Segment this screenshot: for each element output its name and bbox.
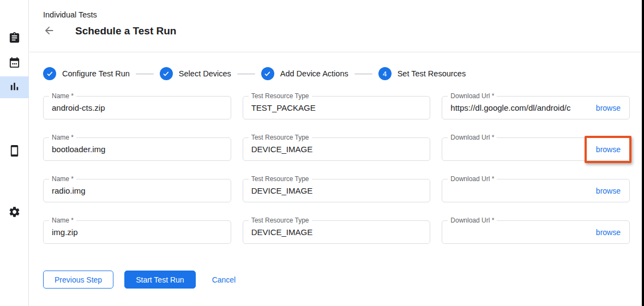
calendar-icon <box>8 56 21 71</box>
main-content: Individual Tests Schedule a Test Run Con… <box>29 0 644 306</box>
sidebar-item-test-runs[interactable] <box>0 76 29 98</box>
test-resource-type-field[interactable]: Test Resource Type DEVICE_IMAGE <box>243 179 431 202</box>
field-label: Download Url * <box>448 217 497 225</box>
cancel-button[interactable]: Cancel <box>203 271 245 289</box>
step-configure-test-run[interactable]: Configure Test Run <box>43 67 130 80</box>
field-value: radio.img <box>44 186 231 195</box>
step-number-badge: 4 <box>378 67 392 80</box>
gear-icon <box>8 206 21 220</box>
field-label: Download Url * <box>448 175 497 183</box>
field-value: bootloader.img <box>44 145 231 154</box>
step-label: Configure Test Run <box>62 69 130 78</box>
sidebar-item-settings[interactable] <box>0 202 29 224</box>
test-resource-type-field[interactable]: Test Resource Type DEVICE_IMAGE <box>243 137 431 161</box>
field-label: Test Resource Type <box>249 134 312 142</box>
step-select-devices[interactable]: Select Devices <box>160 67 231 80</box>
stepper: Configure Test Run Select Devices Add De… <box>43 67 644 80</box>
start-test-run-button[interactable]: Start Test Run <box>124 271 195 289</box>
sidebar-item-tests[interactable] <box>0 28 29 50</box>
field-label: Name * <box>49 217 76 225</box>
field-value: DEVICE_IMAGE <box>243 227 430 237</box>
clipboard-icon <box>8 32 21 46</box>
back-button[interactable] <box>43 25 56 38</box>
field-label: Name * <box>49 175 76 183</box>
field-label: Test Resource Type <box>249 175 312 183</box>
field-value: DEVICE_IMAGE <box>243 145 430 154</box>
previous-step-button[interactable]: Previous Step <box>43 271 113 289</box>
field-label: Download Url * <box>448 134 497 142</box>
name-field[interactable]: Name * img.zip <box>43 220 231 244</box>
test-resource-type-field[interactable]: Test Resource Type DEVICE_IMAGE <box>243 220 431 244</box>
download-url-field[interactable]: Download Url * browse <box>442 137 630 161</box>
test-resource-type-field[interactable]: Test Resource Type TEST_PACKAGE <box>243 96 431 119</box>
field-value: android-cts.zip <box>44 103 231 112</box>
field-value: TEST_PACKAGE <box>243 103 430 112</box>
step-complete-icon <box>261 67 274 80</box>
step-connector <box>136 73 154 75</box>
name-field[interactable]: Name * radio.img <box>43 179 231 202</box>
name-field[interactable]: Name * android-cts.zip <box>43 96 231 119</box>
field-value: img.zip <box>44 227 231 237</box>
browse-button[interactable]: browse <box>592 145 629 154</box>
right-edge-bar <box>642 0 644 306</box>
field-label: Name * <box>49 92 76 100</box>
step-label: Set Test Resources <box>398 69 466 78</box>
page-title: Schedule a Test Run <box>75 25 176 37</box>
field-label: Name * <box>49 134 76 142</box>
download-url-field[interactable]: Download Url * browse <box>442 179 630 202</box>
page-header: Individual Tests Schedule a Test Run <box>29 0 644 52</box>
sidebar-item-test-plans[interactable] <box>0 52 29 74</box>
step-connector <box>237 73 255 75</box>
step-complete-icon <box>43 67 56 80</box>
test-resources-form: Name * android-cts.zip Test Resource Typ… <box>43 96 630 244</box>
step-label: Select Devices <box>179 69 231 78</box>
browse-button[interactable]: browse <box>592 228 629 237</box>
browse-button[interactable]: browse <box>592 187 629 195</box>
field-value: DEVICE_IMAGE <box>243 186 430 195</box>
field-value: https://dl.google.com/dl/android/c <box>442 103 592 112</box>
field-label: Test Resource Type <box>249 92 312 100</box>
smartphone-icon <box>8 145 21 159</box>
step-connector <box>354 73 372 75</box>
step-label: Add Device Actions <box>280 69 348 78</box>
name-field[interactable]: Name * bootloader.img <box>43 137 231 161</box>
breadcrumb: Individual Tests <box>43 10 644 19</box>
sidebar <box>0 0 29 306</box>
download-url-field[interactable]: Download Url * browse <box>442 220 630 244</box>
download-url-field[interactable]: Download Url * https://dl.google.com/dl/… <box>442 96 630 119</box>
bar-chart-icon <box>8 80 21 95</box>
browse-button[interactable]: browse <box>592 104 629 112</box>
field-label: Test Resource Type <box>249 217 312 225</box>
step-set-test-resources[interactable]: 4 Set Test Resources <box>378 67 466 80</box>
sidebar-item-devices[interactable] <box>0 141 29 163</box>
step-complete-icon <box>160 67 173 80</box>
arrow-back-icon <box>43 29 55 38</box>
field-label: Download Url * <box>448 92 497 100</box>
step-add-device-actions[interactable]: Add Device Actions <box>261 67 348 80</box>
action-bar: Previous Step Start Test Run Cancel <box>43 271 644 289</box>
